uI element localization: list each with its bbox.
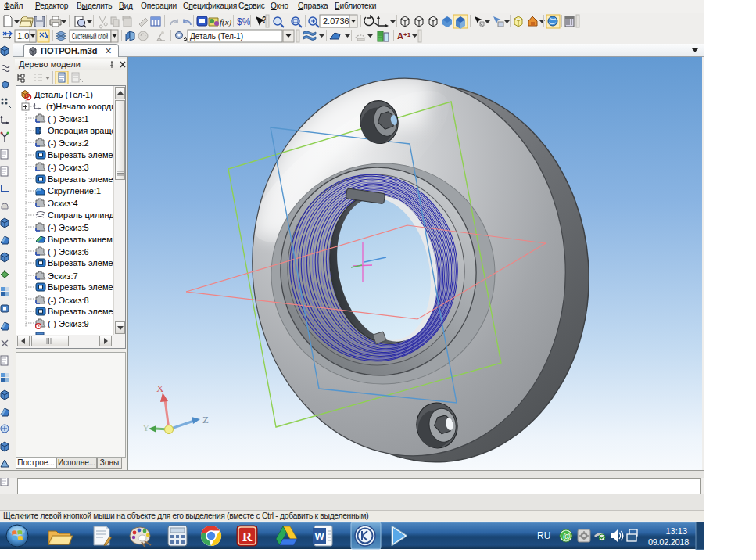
svg-text:(-) Эскиз:8: (-) Эскиз:8 xyxy=(48,296,89,305)
svg-text:Деталь (Тел-1): Деталь (Тел-1) xyxy=(190,31,243,41)
svg-text:Эскиз:4: Эскиз:4 xyxy=(48,199,78,208)
svg-text:Вырезать элемен: Вырезать элемен xyxy=(48,174,118,184)
svg-text:Вырезать кинем: Вырезать кинем xyxy=(48,235,113,244)
svg-text:Деталь (Тел-1): Деталь (Тел-1) xyxy=(34,90,93,99)
svg-text:(-) Эскиз:1: (-) Эскиз:1 xyxy=(48,114,89,124)
svg-text:Системный слой: Системный слой xyxy=(72,31,108,41)
svg-text:$%: $% xyxy=(237,16,251,27)
svg-text:@: @ xyxy=(563,532,571,540)
svg-text:Скругление:1: Скругление:1 xyxy=(48,186,101,196)
svg-text:(-) Эскиз:9: (-) Эскиз:9 xyxy=(48,319,89,328)
svg-text:Z: Z xyxy=(202,414,209,425)
svg-text:R: R xyxy=(242,529,253,544)
svg-text:Y: Y xyxy=(142,422,150,433)
svg-text:(т)Начало коорди: (т)Начало коорди xyxy=(46,102,116,111)
svg-text:(-) Эскиз:5: (-) Эскиз:5 xyxy=(48,223,89,232)
svg-text:А+1: А+1 xyxy=(397,31,411,41)
svg-text:f(x): f(x) xyxy=(220,17,232,27)
svg-text:Эскиз:7: Эскиз:7 xyxy=(48,271,78,281)
svg-text:Вырезать элемен: Вырезать элемен xyxy=(48,258,118,267)
svg-text:(-) Эскиз:3: (-) Эскиз:3 xyxy=(48,163,89,172)
svg-text:Вырезать элемен: Вырезать элемен xyxy=(48,150,118,160)
svg-text:Вырезать элемен: Вырезать элемен xyxy=(48,282,118,292)
svg-text:09.02.2018: 09.02.2018 xyxy=(648,537,689,547)
svg-text:Операция враще: Операция враще xyxy=(48,126,116,135)
svg-text:X: X xyxy=(156,382,164,394)
svg-text:1.0: 1.0 xyxy=(17,31,29,41)
svg-text:RU: RU xyxy=(537,530,550,541)
svg-text:(-) Эскиз:2: (-) Эскиз:2 xyxy=(48,138,89,148)
svg-text:13:13: 13:13 xyxy=(665,526,687,536)
svg-text:2.0736: 2.0736 xyxy=(323,16,349,26)
svg-text:Вырезать элемен: Вырезать элемен xyxy=(48,307,118,316)
svg-text:Спираль цилинд: Спираль цилинд xyxy=(48,210,115,220)
svg-text:W: W xyxy=(315,530,325,542)
svg-text:(-) Эскиз:6: (-) Эскиз:6 xyxy=(48,247,89,257)
